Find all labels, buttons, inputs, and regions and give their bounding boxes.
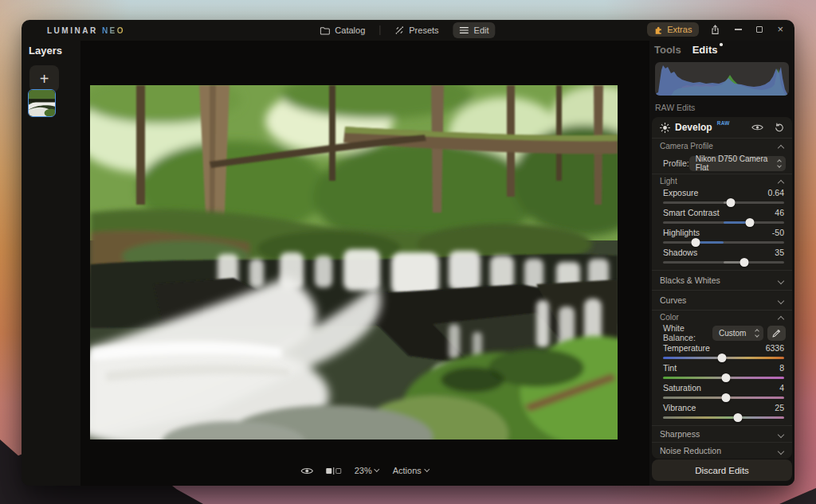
edit-side-panel: Tools Edits RAW Edits Develop RAW Cam: [649, 41, 794, 486]
eyedropper-icon: [772, 329, 781, 338]
section-light[interactable]: Light: [652, 174, 792, 187]
tab-tools[interactable]: Tools: [654, 44, 681, 56]
tab-edits-label: Edits: [692, 44, 718, 56]
color-title: Color: [660, 313, 679, 322]
slider-value: 35: [775, 248, 784, 257]
slider-thumb[interactable]: [722, 393, 731, 402]
layer-thumbnail-image: [29, 90, 55, 116]
chevron-down-icon: [779, 298, 784, 303]
window-controls: ×: [710, 25, 783, 35]
compare-before-square: [326, 468, 332, 474]
section-noise-reduction[interactable]: Noise Reduction: [652, 443, 792, 459]
main-nav: Catalog Presets Edit: [313, 22, 495, 38]
eyedropper-button[interactable]: [767, 326, 786, 341]
luminar-neo-window: LUMINAR NEO Catalog Presets Edit Extras: [22, 20, 794, 486]
section-blacks-whites[interactable]: Blacks & Whites: [652, 271, 792, 290]
histogram[interactable]: [655, 62, 789, 96]
section-label: Noise Reduction: [660, 446, 721, 455]
chevron-up-icon: [779, 315, 784, 320]
slider-thumb[interactable]: [734, 413, 743, 422]
tab-edit-label: Edit: [474, 25, 489, 35]
edit-sliders-icon: [460, 26, 469, 34]
slider-thumb[interactable]: [692, 238, 700, 247]
extras-label: Extras: [667, 25, 692, 34]
tab-presets[interactable]: Presets: [388, 22, 445, 38]
slider-label: Saturation: [663, 383, 701, 393]
slider-thumb[interactable]: [740, 258, 748, 267]
section-label: Curves: [660, 295, 686, 305]
add-layer-button[interactable]: +: [29, 65, 59, 92]
slider-highlights: Highlights-50: [652, 227, 792, 247]
slider-thumb[interactable]: [722, 373, 731, 382]
camera-profile-title: Camera Profile: [660, 142, 713, 150]
zoom-select[interactable]: 23%: [355, 466, 380, 475]
white-balance-select[interactable]: Custom: [712, 326, 763, 341]
slider-track[interactable]: [663, 241, 784, 244]
slider-value: 4: [779, 383, 784, 393]
profile-select[interactable]: Nikon D750 Camera Flat: [689, 156, 786, 171]
reset-undo-icon[interactable]: [775, 123, 784, 132]
tab-catalog[interactable]: Catalog: [313, 22, 371, 38]
image-canvas: 23% Actions: [80, 41, 649, 486]
slider-track[interactable]: [663, 416, 784, 419]
discard-edits-button[interactable]: Discard Edits: [652, 459, 792, 481]
slider-shadows: Shadows35: [652, 247, 792, 267]
titlebar-right: Extras ×: [647, 22, 783, 37]
light-title: Light: [660, 177, 677, 186]
compare-divider: [333, 467, 334, 475]
share-icon[interactable]: [710, 25, 720, 35]
slider-label: Vibrance: [663, 403, 696, 412]
close-button[interactable]: ×: [777, 25, 783, 33]
develop-tool-card: Develop RAW Camera Profile Profile: Niko…: [652, 117, 792, 459]
slider-label: Shadows: [663, 248, 697, 257]
layer-thumbnail[interactable]: [28, 89, 56, 117]
slider-thumb[interactable]: [746, 218, 755, 227]
chevron-up-icon: [779, 178, 784, 184]
chevron-down-icon: [425, 467, 430, 472]
slider-label: Temperature: [663, 343, 710, 353]
compare-toggle[interactable]: [326, 467, 341, 475]
sun-develop-icon: [660, 123, 670, 133]
tab-edits[interactable]: Edits: [692, 44, 718, 56]
section-sharpness[interactable]: Sharpness: [652, 426, 792, 442]
slider-label: Highlights: [663, 228, 700, 237]
actions-label: Actions: [393, 466, 422, 475]
photo-waterfall[interactable]: [90, 85, 618, 440]
extras-button[interactable]: Extras: [647, 22, 699, 37]
zoom-level-value: 23%: [355, 466, 372, 475]
slider-vibrance: Vibrance25: [652, 402, 792, 422]
logo-text-luminar: LUMINAR: [47, 26, 98, 35]
minimize-button[interactable]: [735, 29, 742, 29]
section-camera-profile[interactable]: Camera Profile: [652, 139, 792, 153]
eye-icon: [300, 467, 313, 475]
section-color[interactable]: Color: [652, 311, 792, 323]
slider-value: 0.64: [768, 188, 784, 197]
profile-value: Nikon D750 Camera Flat: [696, 154, 773, 172]
folder-icon: [320, 26, 330, 35]
maximize-button[interactable]: [756, 26, 763, 33]
tab-edit[interactable]: Edit: [453, 22, 496, 38]
puzzle-extras-icon: [654, 25, 663, 34]
develop-header[interactable]: Develop RAW: [652, 117, 792, 138]
slider-label: Tint: [663, 363, 677, 373]
layers-panel-title: Layers: [29, 45, 62, 57]
slider-label: Smart Contrast: [663, 208, 720, 217]
slider-temperature: Temperature6336: [652, 342, 792, 362]
profile-row: Profile: Nikon D750 Camera Flat: [652, 153, 792, 174]
develop-title: Develop: [675, 122, 712, 133]
slider-saturation: Saturation4: [652, 382, 792, 402]
luminar-logo: LUMINAR NEO: [47, 26, 125, 35]
tab-catalog-label: Catalog: [335, 25, 365, 35]
actions-menu[interactable]: Actions: [393, 466, 430, 475]
visibility-eye-icon[interactable]: [751, 123, 763, 131]
slider-value: 6336: [766, 343, 784, 353]
nav-divider: [379, 25, 380, 35]
preview-toggle[interactable]: [300, 467, 313, 475]
plus-icon: +: [40, 70, 49, 88]
slider-thumb[interactable]: [718, 354, 727, 362]
slider-thumb[interactable]: [727, 198, 736, 207]
white-balance-row: White Balance: Custom: [652, 323, 792, 342]
histogram-chart: [655, 62, 789, 96]
section-curves[interactable]: Curves: [652, 291, 792, 310]
slider-tint: Tint8: [652, 362, 792, 382]
